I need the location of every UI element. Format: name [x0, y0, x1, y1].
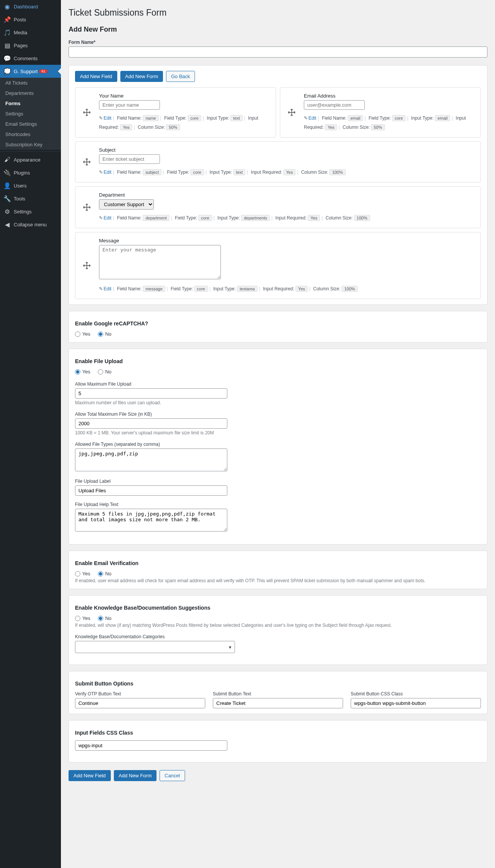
- recaptcha-no[interactable]: No: [98, 331, 112, 337]
- email-verify-no[interactable]: No: [98, 571, 112, 577]
- max-upload-label: Allow Maximum File Upload: [75, 381, 481, 387]
- add-new-field-button[interactable]: Add New Field: [75, 71, 117, 82]
- edit-link[interactable]: Edit: [104, 170, 112, 175]
- collapse-icon: ◀: [4, 221, 11, 228]
- submenu-item-subscription-key[interactable]: Subscription Key: [0, 139, 61, 150]
- edit-icon: ✎: [99, 215, 103, 221]
- form-name-input[interactable]: [69, 46, 487, 58]
- max-size-label: Allow Total Maximum File Size (in KB): [75, 412, 481, 417]
- menu-item-pages[interactable]: ▤Pages: [0, 39, 61, 52]
- drag-handle-icon[interactable]: [81, 238, 93, 293]
- add-new-form-heading: Add New Form: [69, 26, 487, 34]
- support-icon: 💭: [4, 68, 11, 75]
- otp-label: Verify OTP Button Text: [75, 691, 205, 697]
- users-icon: 👤: [4, 182, 11, 189]
- help-text-input[interactable]: [75, 509, 227, 532]
- plugin-icon: 🔌: [4, 169, 11, 176]
- file-upload-heading: Enable File Upload: [75, 358, 481, 364]
- recaptcha-yes[interactable]: Yes: [75, 331, 90, 337]
- footer-add-new-form-button[interactable]: Add New Form: [114, 770, 157, 781]
- max-size-input[interactable]: [75, 418, 227, 429]
- field-block-subject: Subject✎Edit| Field Name: subject| Field…: [75, 141, 481, 183]
- menu-item-dashboard[interactable]: ◉Dashboard: [0, 0, 61, 13]
- submit-css-input[interactable]: [351, 698, 481, 708]
- kb-cat-select[interactable]: ▾: [75, 641, 235, 653]
- department-select[interactable]: Customer Support: [99, 199, 154, 210]
- edit-link[interactable]: Edit: [104, 215, 112, 221]
- edit-icon: ✎: [304, 115, 308, 121]
- menu-item-comments[interactable]: 💬Comments: [0, 52, 61, 65]
- field-block-name: Your Name✎Edit| Field Name: name| Field …: [75, 87, 276, 138]
- add-new-form-button[interactable]: Add New Form: [120, 71, 163, 82]
- menu-item-media[interactable]: 🎵Media: [0, 26, 61, 39]
- max-upload-input[interactable]: [75, 388, 227, 399]
- menu-item-collapse-menu[interactable]: ◀Collapse menu: [0, 218, 61, 231]
- field-block-message: Message✎Edit| Field Name: message| Field…: [75, 232, 481, 299]
- file-upload-no[interactable]: No: [98, 369, 112, 375]
- menu-item-appearance[interactable]: 🖌Appearance: [0, 153, 61, 166]
- drag-handle-icon[interactable]: [81, 147, 93, 177]
- submenu-item-forms[interactable]: Forms: [0, 98, 61, 109]
- email-input[interactable]: [304, 100, 365, 110]
- pages-icon: ▤: [4, 42, 11, 49]
- otp-input[interactable]: [75, 698, 205, 708]
- submit-css-label: Submit Button CSS Class: [351, 691, 481, 697]
- max-size-help: 1000 KB = 1 MB. Your server's upload max…: [75, 430, 481, 436]
- help-text-label: File Upload Help Text: [75, 502, 481, 507]
- drag-handle-icon[interactable]: [81, 93, 93, 132]
- menu-label: Settings: [14, 209, 32, 215]
- footer-cancel-button[interactable]: Cancel: [160, 770, 185, 781]
- menu-label: Pages: [14, 43, 28, 48]
- submit-opts-heading: Submit Button Options: [75, 681, 481, 687]
- submenu-item-email-settings[interactable]: Email Settings: [0, 119, 61, 129]
- footer-add-new-field-button[interactable]: Add New Field: [69, 770, 111, 781]
- field-label: Subject: [99, 147, 475, 153]
- name-input[interactable]: [99, 100, 160, 110]
- kb-yes[interactable]: Yes: [75, 615, 90, 621]
- page-title: Ticket Submissions Form: [69, 8, 487, 18]
- submit-text-input[interactable]: [213, 698, 343, 708]
- menu-item-g-support[interactable]: 💭G. Support61: [0, 65, 61, 78]
- field-label: Message: [99, 238, 475, 243]
- menu-item-settings[interactable]: ⚙Settings: [0, 205, 61, 218]
- edit-link[interactable]: Edit: [308, 115, 316, 121]
- submenu-item-departments[interactable]: Departments: [0, 88, 61, 98]
- menu-label: Posts: [14, 17, 26, 22]
- field-block-department: DepartmentCustomer Support✎Edit| Field N…: [75, 186, 481, 228]
- field-label: Department: [99, 192, 475, 198]
- submenu-item-shortcodes[interactable]: Shortcodes: [0, 129, 61, 139]
- comments-icon: 💬: [4, 55, 11, 62]
- edit-icon: ✎: [99, 115, 103, 121]
- tools-icon: 🔧: [4, 195, 11, 202]
- pin-icon: 📌: [4, 16, 11, 23]
- menu-item-plugins[interactable]: 🔌Plugins: [0, 166, 61, 179]
- file-upload-yes[interactable]: Yes: [75, 369, 90, 375]
- subject-input[interactable]: [99, 154, 160, 164]
- max-upload-help: Maximum number of files user can upload.: [75, 400, 481, 405]
- edit-link[interactable]: Edit: [104, 115, 112, 121]
- dashboard-icon: ◉: [4, 3, 11, 10]
- go-back-button[interactable]: Go Back: [166, 71, 195, 82]
- drag-handle-icon[interactable]: [81, 192, 93, 223]
- upload-label-input[interactable]: [75, 485, 227, 496]
- email-verify-yes[interactable]: Yes: [75, 571, 90, 577]
- menu-item-tools[interactable]: 🔧Tools: [0, 192, 61, 205]
- email-verify-heading: Enable Email Verification: [75, 560, 481, 566]
- message-textarea[interactable]: [99, 245, 221, 279]
- menu-item-users[interactable]: 👤Users: [0, 179, 61, 192]
- input-css-input[interactable]: [75, 740, 227, 751]
- menu-item-posts[interactable]: 📌Posts: [0, 13, 61, 26]
- submit-text-label: Submit Button Text: [213, 691, 343, 697]
- field-meta: ✎Edit| Field Name: subject| Field Type: …: [99, 168, 475, 177]
- submenu-item-all-tickets[interactable]: All Tickets: [0, 78, 61, 88]
- kb-no[interactable]: No: [98, 615, 112, 621]
- brush-icon: 🖌: [4, 156, 11, 163]
- allowed-types-input[interactable]: [75, 448, 227, 471]
- edit-link[interactable]: Edit: [104, 286, 112, 291]
- field-meta: ✎Edit| Field Name: department| Field Typ…: [99, 213, 475, 223]
- menu-label: Collapse menu: [14, 222, 47, 227]
- drag-handle-icon[interactable]: [286, 93, 298, 132]
- edit-icon: ✎: [99, 170, 103, 175]
- submenu-item-settings[interactable]: Settings: [0, 109, 61, 119]
- input-css-heading: Input Fields CSS Class: [75, 730, 481, 736]
